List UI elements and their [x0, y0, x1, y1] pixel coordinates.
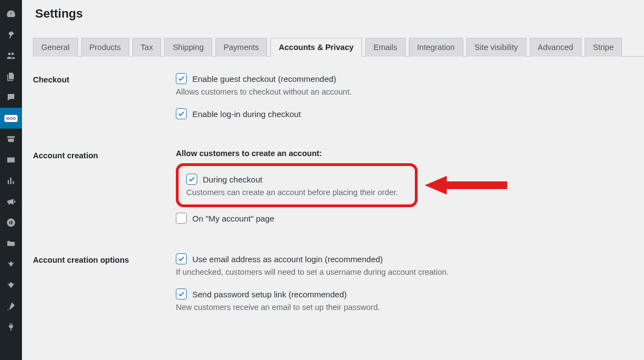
archive-icon: [6, 134, 16, 144]
admin-sidebar: woo: [0, 0, 22, 360]
elementor-icon: [6, 218, 16, 228]
guest-checkout-desc: Allows customers to checkout without an …: [176, 87, 644, 96]
annotation-highlight: During checkout Customers can create an …: [176, 163, 418, 207]
sidebar-item-theme[interactable]: [0, 254, 22, 275]
tab-tax[interactable]: Tax: [132, 38, 162, 57]
sidebar-item-theme2[interactable]: [0, 275, 22, 296]
section-checkout: Checkout Enable guest checkout (recommen…: [33, 73, 644, 123]
account-creation-heading: Allow customers to create an account:: [176, 149, 644, 158]
sidebar-item-payments[interactable]: [0, 149, 22, 170]
svg-marker-1: [425, 176, 507, 195]
password-link-label-text: Send password setup link (recommended): [192, 290, 347, 299]
sidebar-item-appearance[interactable]: [0, 296, 22, 317]
wp-theme2-icon: [6, 280, 16, 290]
password-link-option[interactable]: Send password setup link (recommended): [176, 289, 644, 300]
during-checkout-label-text: During checkout: [203, 175, 262, 184]
password-link-desc: New customers receive an email to set up…: [176, 303, 644, 312]
tab-advanced[interactable]: Advanced: [530, 38, 582, 57]
tab-accounts[interactable]: Accounts & Privacy: [270, 38, 362, 57]
sidebar-item-folder[interactable]: [0, 233, 22, 254]
guest-checkout-label-text: Enable guest checkout (recommended): [192, 74, 336, 84]
gauge-icon: [6, 9, 16, 19]
sidebar-item-tools[interactable]: [0, 317, 22, 337]
plug-icon: [6, 322, 16, 332]
login-checkout-label-text: Enable log-in during checkout: [192, 109, 301, 119]
sidebar-item-dashboard[interactable]: [0, 3, 22, 24]
guest-checkout-checkbox[interactable]: [176, 73, 187, 84]
password-link-checkbox[interactable]: [176, 289, 187, 300]
tab-payments[interactable]: Payments: [215, 38, 267, 57]
my-account-checkbox[interactable]: [176, 213, 187, 224]
my-account-label-text: On "My account" page: [192, 214, 274, 223]
email-login-desc: If unchecked, customers will need to set…: [176, 268, 644, 276]
check-icon: [177, 255, 185, 263]
section-account-creation: Account creation Allow customers to crea…: [33, 149, 644, 227]
annotation-arrow-icon: [425, 171, 507, 199]
sidebar-item-elementor[interactable]: [0, 212, 22, 233]
tab-shipping[interactable]: Shipping: [164, 38, 212, 57]
wp-theme-icon: [6, 259, 16, 269]
login-checkout-option[interactable]: Enable log-in during checkout: [176, 108, 644, 119]
email-login-option[interactable]: Use email address as account login (reco…: [176, 253, 644, 264]
pin-icon: [6, 30, 16, 40]
folder-icon: [6, 239, 16, 248]
tab-integration[interactable]: Integration: [409, 38, 463, 57]
my-account-option[interactable]: On "My account" page: [176, 213, 644, 224]
sidebar-item-users[interactable]: [0, 45, 22, 66]
comment-icon: [6, 92, 16, 102]
sidebar-item-analytics[interactable]: [0, 170, 22, 191]
tab-general[interactable]: General: [33, 38, 78, 57]
during-checkout-desc: Customers can create an account before p…: [186, 188, 405, 197]
sidebar-item-marketing[interactable]: [0, 191, 22, 212]
email-login-label-text: Use email address as account login (reco…: [192, 254, 383, 264]
brush-icon: [6, 301, 16, 311]
tab-visibility[interactable]: Site visibility: [467, 38, 526, 57]
woocommerce-icon: woo: [4, 115, 18, 122]
during-checkout-checkbox[interactable]: [186, 174, 197, 185]
tab-products[interactable]: Products: [81, 38, 129, 57]
guest-checkout-option[interactable]: Enable guest checkout (recommended): [176, 73, 644, 84]
sidebar-item-woocommerce[interactable]: woo: [0, 108, 22, 129]
check-icon: [177, 290, 185, 298]
section-account-creation-options: Account creation options Use email addre…: [33, 253, 644, 324]
pages-icon: [6, 71, 16, 81]
email-login-checkbox[interactable]: [176, 253, 187, 264]
during-checkout-option[interactable]: During checkout: [186, 174, 405, 185]
sidebar-item-archive[interactable]: [0, 129, 22, 149]
check-icon: [177, 110, 185, 118]
account-creation-label: Account creation: [33, 149, 176, 160]
account-creation-options-label: Account creation options: [33, 253, 176, 264]
check-icon: [177, 75, 185, 82]
checkout-label: Checkout: [33, 73, 176, 84]
tab-stripe[interactable]: Stripe: [585, 38, 622, 57]
megaphone-icon: [6, 197, 16, 207]
login-checkout-checkbox[interactable]: [176, 108, 187, 119]
sidebar-item-pages[interactable]: [0, 66, 22, 87]
main-content: Settings General Products Tax Shipping P…: [22, 0, 644, 360]
sidebar-item-pin[interactable]: [0, 24, 22, 45]
tab-emails[interactable]: Emails: [365, 38, 406, 57]
sidebar-item-comments[interactable]: [0, 87, 22, 108]
bars-icon: [6, 176, 16, 186]
check-icon: [188, 175, 196, 183]
settings-tabs: General Products Tax Shipping Payments A…: [33, 37, 644, 57]
page-title: Settings: [33, 0, 644, 37]
money-icon: [6, 155, 16, 165]
users-icon: [6, 51, 16, 60]
